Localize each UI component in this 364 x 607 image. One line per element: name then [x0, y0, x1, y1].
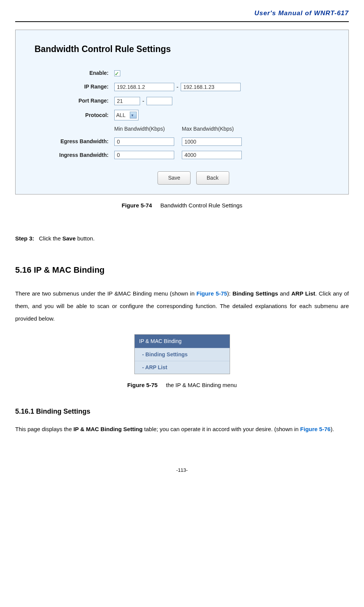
- section-5161-heading: 5.16.1 Binding Settings: [15, 405, 349, 417]
- section-516-heading: 5.16 IP & MAC Binding: [15, 262, 349, 278]
- dash-separator: -: [142, 96, 144, 106]
- protocol-value: ALL: [116, 111, 126, 120]
- section-5161-paragraph: This page displays the IP & MAC Binding …: [15, 423, 349, 435]
- figure-label: Figure 5-75: [127, 382, 158, 388]
- section-516-paragraph: There are two submenus under the IP &MAC…: [15, 287, 349, 325]
- header-title: User's Manual of WNRT-617: [15, 8, 349, 19]
- bandwidth-column-headers: Min Bandwidth(Kbps) Max Bandwidth(Kbps): [114, 124, 341, 134]
- ingress-max-input[interactable]: [182, 151, 242, 159]
- menu-item-binding[interactable]: - Binding Settings: [135, 348, 230, 361]
- header-divider: [15, 21, 349, 22]
- page-number: -113-: [15, 466, 349, 474]
- step-label: Step 3:: [15, 235, 34, 242]
- panel-title: Bandwidth Control Rule Settings: [35, 41, 341, 57]
- save-button[interactable]: Save: [158, 171, 191, 185]
- port-range-label: Port Range:: [23, 96, 114, 106]
- egress-max-input[interactable]: [182, 138, 242, 146]
- menu-header[interactable]: IP & MAC Binding: [135, 335, 230, 348]
- dash-separator: -: [176, 82, 178, 92]
- figure-label: Figure 5-74: [121, 202, 152, 209]
- port-end-input[interactable]: [147, 97, 172, 105]
- ip-range-label: IP Range:: [23, 82, 114, 92]
- egress-min-input[interactable]: [114, 138, 174, 146]
- figure-text: the IP & MAC Binding menu: [166, 382, 237, 388]
- min-bandwidth-header: Min Bandwidth(Kbps): [114, 124, 182, 134]
- figure-caption-575: Figure 5-75 the IP & MAC Binding menu: [15, 380, 349, 390]
- egress-label: Egress Bandwidth:: [23, 137, 114, 146]
- enable-label: Enable:: [23, 68, 114, 78]
- ingress-label: Ingress Bandwidth:: [23, 150, 114, 160]
- protocol-select[interactable]: ALL: [114, 110, 139, 120]
- ingress-min-input[interactable]: [114, 151, 174, 159]
- step-bold: Save: [62, 235, 76, 242]
- step-3-line: Step 3: Click the Save button.: [15, 233, 349, 243]
- figure-ref-575[interactable]: Figure 5-75: [196, 290, 227, 297]
- protocol-label: Protocol:: [23, 111, 114, 120]
- figure-ref-576[interactable]: Figure 5-76: [300, 426, 331, 432]
- figure-caption-574: Figure 5-74 Bandwidth Control Rule Setti…: [15, 200, 349, 210]
- max-bandwidth-header: Max Bandwidth(Kbps): [182, 124, 234, 134]
- back-button[interactable]: Back: [196, 171, 229, 185]
- menu-screenshot: IP & MAC Binding - Binding Settings - AR…: [134, 334, 230, 375]
- figure-text: Bandwidth Control Rule Settings: [161, 202, 243, 209]
- menu-item-arp[interactable]: - ARP List: [135, 361, 230, 374]
- enable-checkbox[interactable]: [114, 70, 120, 76]
- ip-end-input[interactable]: [181, 83, 241, 91]
- ip-start-input[interactable]: [114, 83, 174, 91]
- step-text-suffix: button.: [76, 235, 95, 242]
- step-text-prefix: Click the: [39, 235, 63, 242]
- chevron-down-icon: [130, 112, 137, 119]
- port-start-input[interactable]: [114, 97, 140, 105]
- bandwidth-settings-panel: Bandwidth Control Rule Settings Enable: …: [15, 30, 349, 194]
